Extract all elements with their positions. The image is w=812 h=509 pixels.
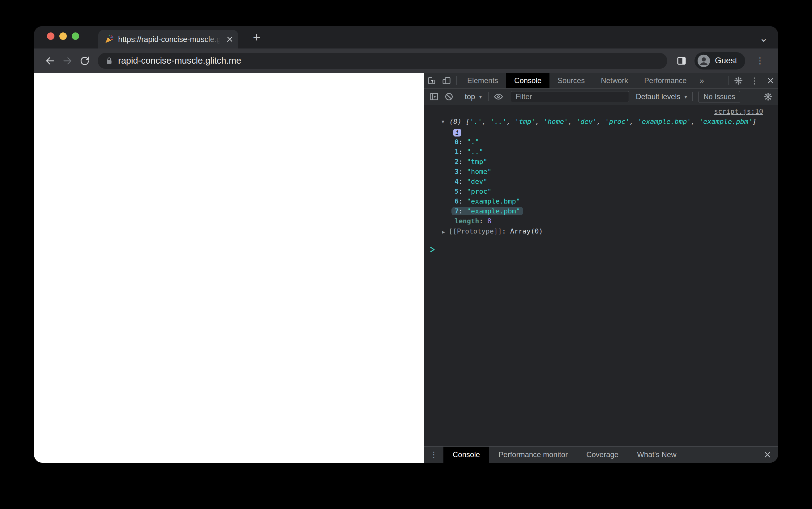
inspect-element-icon[interactable]: [424, 73, 439, 88]
tab-title-wrap: https://rapid-concise-muscle.g: [118, 35, 220, 44]
array-preview[interactable]: (8) ['.', '..', 'tmp', 'home', 'dev', 'p…: [449, 117, 757, 126]
source-location-link[interactable]: script.js:10: [424, 107, 772, 115]
console-message: script.js:10 ▼ (8) ['.', '..', 'tmp', 'h…: [424, 105, 778, 241]
entry-index: 6: [455, 197, 459, 205]
disclosure-collapsed-icon[interactable]: ▶: [442, 229, 445, 235]
prototype-row[interactable]: ▶[[Prototype]]: Array(0): [424, 226, 772, 237]
console-toolbar: top ▼ Default levels ▼: [424, 89, 778, 105]
tab-search-chevron-icon[interactable]: ⌄: [759, 32, 769, 44]
page-content: [34, 73, 424, 463]
console-settings-gear-icon[interactable]: [761, 89, 776, 104]
browser-tab[interactable]: https://rapid-concise-muscle.g: [98, 30, 238, 48]
devtools-tab-performance[interactable]: Performance: [636, 73, 694, 88]
entry-value: "tmp": [467, 158, 487, 166]
drawer-close-icon[interactable]: [757, 451, 778, 459]
minimize-window-button[interactable]: [59, 32, 67, 40]
array-entry-5: 5: "proc": [424, 186, 772, 197]
reload-button[interactable]: [76, 52, 93, 69]
lock-icon: [105, 56, 113, 66]
entry-colon: :: [459, 207, 467, 215]
preview-punctuation: ,: [691, 118, 699, 125]
context-selector[interactable]: top ▼: [462, 92, 486, 101]
divider: [488, 92, 489, 101]
entry-colon: :: [459, 138, 467, 146]
url-text: rapid-concise-muscle.glitch.me: [118, 56, 241, 66]
entry-index: 2: [455, 158, 459, 166]
length-value: 8: [487, 217, 491, 225]
devtools-close-icon[interactable]: [763, 73, 778, 88]
array-entry-6: 6: "example.bmp": [424, 197, 772, 206]
live-expression-eye-icon[interactable]: [491, 89, 506, 104]
drawer-tab-coverage[interactable]: Coverage: [577, 447, 628, 463]
window-content: ElementsConsoleSourcesNetworkPerformance…: [34, 73, 778, 463]
preview-string: 'dev': [576, 118, 597, 125]
avatar-icon: [697, 54, 711, 68]
drawer-tab-console[interactable]: Console: [443, 447, 489, 463]
entry-colon: :: [459, 168, 467, 175]
drawer-tab-what-s-new[interactable]: What's New: [628, 447, 686, 463]
issues-counter-button[interactable]: No Issues: [698, 91, 740, 103]
devtools-tab-sources[interactable]: Sources: [550, 73, 593, 88]
array-entry-text: 4: "dev": [451, 177, 491, 185]
log-levels-dropdown[interactable]: Default levels ▼: [634, 92, 690, 101]
tab-title: https://rapid-concise-muscle.g: [118, 35, 220, 43]
preview-string: 'home': [543, 118, 568, 125]
length-label: length: [455, 217, 479, 225]
url-bar[interactable]: rapid-concise-muscle.glitch.me: [98, 53, 667, 69]
context-label: top: [465, 92, 475, 101]
entry-value: "home": [467, 168, 491, 175]
disclosure-expanded-icon[interactable]: ▼: [442, 119, 444, 125]
array-entry-text: 2: "tmp": [451, 158, 491, 166]
drawer-menu-kebab-icon[interactable]: ⋮: [424, 450, 443, 460]
array-entry-text: 3: "home": [451, 167, 494, 176]
tab-close-icon[interactable]: [226, 36, 233, 43]
side-panel-icon[interactable]: [673, 52, 690, 69]
array-entry-4: 4: "dev": [424, 177, 772, 186]
entry-index: 1: [455, 148, 459, 156]
preview-punctuation: ,: [507, 118, 515, 125]
entry-colon: :: [459, 197, 467, 205]
back-button[interactable]: [41, 52, 59, 69]
array-entry-0: 0: ".": [424, 137, 772, 147]
entry-colon: :: [459, 158, 467, 166]
entry-value: "proc": [467, 188, 491, 195]
chevron-down-icon: ▼: [478, 94, 483, 99]
devtools-drawer: ⋮ ConsolePerformance monitorCoverageWhat…: [424, 446, 778, 463]
devtools-tab-console[interactable]: Console: [506, 73, 550, 88]
forward-button[interactable]: [59, 52, 76, 69]
preview-punctuation: ]: [752, 118, 756, 125]
array-entries: 0: "."1: ".."2: "tmp"3: "home"4: "dev"5:…: [424, 137, 772, 216]
filter-input-box[interactable]: [511, 91, 629, 102]
prompt-chevron-icon: [429, 245, 436, 253]
console-sidebar-icon[interactable]: [427, 89, 442, 104]
devtools-menu-kebab-icon[interactable]: ⋮: [746, 76, 763, 86]
filter-input[interactable]: [515, 92, 625, 101]
preview-string: 'example.bmp': [637, 118, 691, 125]
devtools-tab-elements[interactable]: Elements: [459, 73, 506, 88]
entry-value: "..": [467, 148, 483, 156]
preview-string: 'tmp': [515, 118, 535, 125]
divider: [728, 76, 728, 85]
device-toolbar-icon[interactable]: [439, 73, 454, 88]
devtools-tab-network[interactable]: Network: [593, 73, 636, 88]
more-tabs-icon[interactable]: »: [695, 76, 709, 86]
tab-favicon-party-popper-icon: [104, 35, 114, 44]
browser-menu-kebab-icon[interactable]: ⋮: [750, 52, 771, 69]
new-tab-button[interactable]: +: [248, 29, 265, 46]
prototype-label: [[Prototype]]: [449, 227, 502, 235]
clear-console-ban-icon[interactable]: [442, 89, 457, 104]
array-entry-text: 0: ".": [451, 138, 482, 146]
array-entry-text: 6: "example.bmp": [451, 197, 523, 205]
chevron-down-icon: ▼: [683, 94, 688, 99]
info-icon: i: [453, 129, 461, 137]
length-row: length: 8: [424, 216, 772, 226]
close-window-button[interactable]: [47, 32, 55, 40]
settings-gear-icon[interactable]: [731, 73, 746, 88]
profile-button[interactable]: Guest: [694, 52, 745, 69]
preview-punctuation: [: [466, 118, 470, 125]
entry-value: ".": [467, 138, 479, 146]
zoom-window-button[interactable]: [72, 32, 79, 40]
console-output: script.js:10 ▼ (8) ['.', '..', 'tmp', 'h…: [424, 105, 778, 446]
drawer-tab-performance-monitor[interactable]: Performance monitor: [489, 447, 577, 463]
console-prompt[interactable]: [424, 241, 778, 253]
